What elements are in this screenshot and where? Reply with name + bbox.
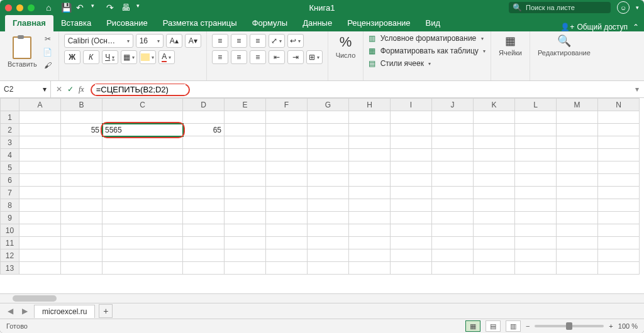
cell-M11[interactable] [557, 237, 598, 249]
cell-K4[interactable] [474, 149, 515, 161]
orientation-icon[interactable]: ⤢▾ [269, 34, 285, 48]
cell-K7[interactable] [474, 187, 515, 199]
cell-B5[interactable] [61, 161, 103, 174]
cell-F8[interactable] [266, 199, 308, 212]
col-header-K[interactable]: K [474, 99, 515, 111]
cell-E13[interactable] [225, 262, 266, 275]
col-header-H[interactable]: H [349, 99, 391, 111]
cell-K8[interactable] [474, 199, 515, 212]
cell-J8[interactable] [432, 199, 474, 212]
cell-A8[interactable] [19, 199, 61, 212]
italic-button[interactable]: К [83, 50, 99, 64]
cell-N12[interactable] [598, 249, 640, 262]
wrap-text-icon[interactable]: ↩▾ [287, 34, 304, 48]
cell-styles-button[interactable]: ▤ Стили ячеек ▾ [369, 59, 486, 68]
bold-button[interactable]: Ж [64, 50, 80, 64]
undo-icon[interactable]: ↶ [76, 3, 85, 12]
share-button[interactable]: 👤+ Общий доступ [560, 23, 628, 31]
decrease-font-icon[interactable]: A▾ [185, 34, 201, 48]
cell-L5[interactable] [515, 161, 557, 174]
row-header-2[interactable]: 2 [1, 124, 19, 136]
cell-D2[interactable]: 65 [183, 124, 225, 136]
cell-C11[interactable] [103, 237, 183, 249]
expand-formula-icon[interactable]: ▾ [630, 85, 644, 94]
cell-I8[interactable] [391, 199, 432, 212]
cell-C4[interactable] [103, 149, 183, 161]
editing-button[interactable]: 🔍 Редактирование [535, 34, 593, 57]
redo-icon[interactable]: ↷ [106, 3, 115, 12]
cell-A3[interactable] [19, 136, 61, 149]
cell-D10[interactable] [183, 224, 225, 237]
cell-M8[interactable] [557, 199, 598, 212]
row-header-13[interactable]: 13 [1, 262, 19, 275]
cell-L7[interactable] [515, 187, 557, 199]
cell-L3[interactable] [515, 136, 557, 149]
row-header-5[interactable]: 5 [1, 161, 19, 174]
cell-I12[interactable] [391, 249, 432, 262]
cell-H1[interactable] [349, 111, 391, 124]
cell-I2[interactable] [391, 124, 432, 136]
cell-H13[interactable] [349, 262, 391, 275]
tab-view[interactable]: Вид [418, 15, 448, 31]
cell-M2[interactable] [557, 124, 598, 136]
cell-M12[interactable] [557, 249, 598, 262]
cell-M6[interactable] [557, 174, 598, 187]
cell-H7[interactable] [349, 187, 391, 199]
cell-A7[interactable] [19, 187, 61, 199]
cell-G11[interactable] [308, 237, 349, 249]
cell-A10[interactable] [19, 224, 61, 237]
close-window[interactable] [5, 4, 12, 11]
row-header-4[interactable]: 4 [1, 149, 19, 161]
cell-B12[interactable] [61, 249, 103, 262]
cell-K2[interactable] [474, 124, 515, 136]
cell-E10[interactable] [225, 224, 266, 237]
fx-icon[interactable]: fx [79, 85, 84, 94]
cell-H12[interactable] [349, 249, 391, 262]
cell-K9[interactable] [474, 212, 515, 224]
cell-E3[interactable] [225, 136, 266, 149]
col-header-F[interactable]: F [266, 99, 308, 111]
cell-C7[interactable] [103, 187, 183, 199]
cell-E2[interactable] [225, 124, 266, 136]
cell-N8[interactable] [598, 199, 640, 212]
cell-C2[interactable]: 5565 [103, 124, 183, 136]
col-header-G[interactable]: G [308, 99, 349, 111]
col-header-J[interactable]: J [432, 99, 474, 111]
merge-icon[interactable]: ⊞▾ [306, 50, 323, 64]
cell-G13[interactable] [308, 262, 349, 275]
horizontal-scrollbar[interactable] [0, 293, 644, 303]
cell-L6[interactable] [515, 174, 557, 187]
cell-H10[interactable] [349, 224, 391, 237]
cell-D5[interactable] [183, 161, 225, 174]
cell-M13[interactable] [557, 262, 598, 275]
cell-H9[interactable] [349, 212, 391, 224]
format-painter-icon[interactable]: 🖌 [42, 60, 53, 70]
format-as-table-button[interactable]: ▦ Форматировать как таблицу ▾ [369, 46, 486, 55]
undo-dropdown[interactable]: ▾ [91, 3, 100, 12]
cell-G2[interactable] [308, 124, 349, 136]
cell-D4[interactable] [183, 149, 225, 161]
cell-H4[interactable] [349, 149, 391, 161]
cell-M3[interactable] [557, 136, 598, 149]
cell-B7[interactable] [61, 187, 103, 199]
col-header-A[interactable]: A [19, 99, 61, 111]
select-all-corner[interactable] [1, 99, 19, 111]
cell-A9[interactable] [19, 212, 61, 224]
col-header-B[interactable]: B [61, 99, 103, 111]
cell-C13[interactable] [103, 262, 183, 275]
cell-E4[interactable] [225, 149, 266, 161]
cell-H11[interactable] [349, 237, 391, 249]
row-header-8[interactable]: 8 [1, 199, 19, 212]
cell-G5[interactable] [308, 161, 349, 174]
cell-E11[interactable] [225, 237, 266, 249]
row-header-3[interactable]: 3 [1, 136, 19, 149]
next-sheet-icon[interactable]: ▶ [19, 307, 30, 315]
sheet-search[interactable]: 🔍 [509, 2, 611, 13]
cell-K3[interactable] [474, 136, 515, 149]
copy-icon[interactable]: 📄 [42, 47, 53, 57]
number-format-button[interactable]: % Число [333, 34, 358, 59]
col-header-C[interactable]: C [103, 99, 183, 111]
cell-B10[interactable] [61, 224, 103, 237]
cell-J6[interactable] [432, 174, 474, 187]
cell-B13[interactable] [61, 262, 103, 275]
